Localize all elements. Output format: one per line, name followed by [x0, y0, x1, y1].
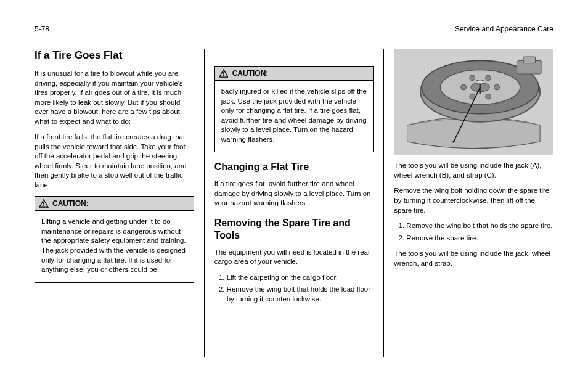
paragraph: If a tire goes flat, avoid further tire … — [214, 179, 374, 208]
page-header: 5-78 Service and Appearance Care — [35, 25, 553, 36]
svg-point-10 — [494, 84, 500, 90]
list-item: Lift the carpeting on the cargo floor. — [227, 273, 374, 283]
caution-box: CAUTION: badly injured or killed if the … — [214, 66, 374, 152]
svg-point-12 — [486, 75, 491, 81]
paragraph: The tools you will be using include the … — [394, 249, 553, 268]
warning-triangle-icon — [39, 199, 49, 208]
heading-changing-flat: Changing a Flat Tire — [214, 161, 374, 173]
svg-point-14 — [486, 94, 491, 99]
spare-tire-illustration — [394, 49, 553, 155]
svg-point-11 — [470, 75, 475, 81]
heading-flat-tire: If a Tire Goes Flat — [35, 49, 194, 62]
list-item: Remove the spare tire. — [406, 234, 553, 243]
paragraph: If a front tire fails, the flat tire cre… — [35, 133, 194, 190]
svg-point-9 — [461, 84, 467, 90]
paragraph: Remove the wing bolt holding down the sp… — [394, 186, 553, 215]
svg-point-20 — [453, 141, 455, 142]
columns: If a Tire Goes Flat It is unusual for a … — [35, 49, 553, 357]
caution-body: Lifting a vehicle and getting under it t… — [35, 211, 194, 282]
ordered-list: Remove the wing bolt that holds the spar… — [406, 221, 553, 243]
svg-point-16 — [476, 80, 484, 84]
column-3: The tools you will be using include the … — [384, 49, 553, 357]
heading-removing-spare: Removing the Spare Tire and Tools — [214, 217, 374, 242]
section-title: Service and Appearance Care — [455, 25, 553, 33]
list-item: Remove the wing bolt that holds the load… — [227, 285, 374, 304]
svg-point-3 — [223, 75, 224, 76]
paragraph: The tools you will be using include the … — [394, 161, 553, 180]
caution-header: CAUTION: — [35, 197, 194, 211]
svg-rect-18 — [524, 57, 536, 63]
list-item: Remove the wing bolt that holds the spar… — [406, 221, 553, 231]
svg-point-13 — [470, 94, 475, 99]
svg-point-1 — [43, 206, 44, 207]
caution-label: CAUTION: — [52, 199, 89, 208]
column-2: CAUTION: badly injured or killed if the … — [205, 49, 385, 357]
ordered-list: Lift the carpeting on the cargo floor. R… — [227, 273, 374, 304]
warning-triangle-icon — [219, 69, 229, 78]
paragraph: The equipment you will need is located i… — [214, 248, 374, 267]
caution-label: CAUTION: — [232, 69, 269, 78]
page: 5-78 Service and Appearance Care If a Ti… — [0, 0, 588, 369]
caution-header: CAUTION: — [215, 67, 374, 81]
page-number: 5-78 — [35, 25, 49, 33]
column-1: If a Tire Goes Flat It is unusual for a … — [35, 49, 205, 357]
paragraph: It is unusual for a tire to blowout whil… — [35, 69, 194, 126]
caution-body: badly injured or killed if the vehicle s… — [215, 81, 374, 152]
caution-box: CAUTION: Lifting a vehicle and getting u… — [35, 196, 194, 282]
